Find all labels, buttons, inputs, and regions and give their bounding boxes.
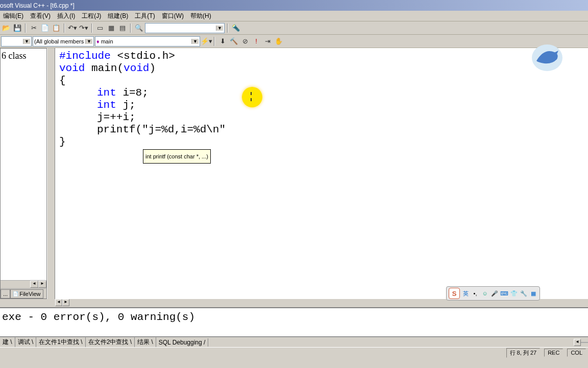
- cut-icon[interactable]: ✂: [29, 23, 39, 33]
- build-icon[interactable]: 🔨: [229, 36, 239, 47]
- title-bar: osoft Visual C++ - [t6.cpp *]: [0, 0, 588, 11]
- horizontal-scrollbar[interactable]: ◄ ►: [1, 280, 46, 288]
- window-icon[interactable]: ▭: [95, 23, 105, 33]
- ime-settings-icon[interactable]: ▦: [529, 289, 537, 297]
- toolbar-standard: 📂 💾 ✂ 📄 📋 ↶▾ ↷▾ ▭ ▦ ▤ 🔍 ▼ 🔦: [0, 21, 588, 35]
- file-icon: 📄: [13, 291, 18, 296]
- class-view-tree[interactable]: 6 class: [1, 49, 46, 280]
- tooltip-text: int printf (const char *, ...): [145, 153, 208, 159]
- ime-punct-icon[interactable]: •,: [471, 289, 479, 297]
- scroll-thumb[interactable]: [581, 342, 588, 343]
- find-combo[interactable]: ▼: [145, 23, 225, 33]
- toolbar-separator: [130, 24, 131, 33]
- undo-icon[interactable]: ↶▾: [67, 23, 78, 33]
- chevron-down-icon[interactable]: ▼: [85, 39, 92, 44]
- tab-classview[interactable]: ...: [1, 289, 10, 298]
- status-rec: REC: [544, 349, 563, 357]
- code-line: j=++i;: [59, 111, 584, 124]
- ime-tool-icon[interactable]: 🔧: [520, 289, 528, 297]
- breakpoint-icon[interactable]: ✋: [274, 36, 284, 47]
- toolbar-separator: [64, 24, 65, 33]
- workspace: 6 class ◄ ► ... 📄 FileView #include <std…: [0, 48, 588, 299]
- window-title: osoft Visual C++ - [t6.cpp *]: [0, 2, 75, 9]
- save-icon[interactable]: 💾: [12, 23, 22, 33]
- status-col: COL: [567, 349, 586, 357]
- toolbar-separator: [227, 24, 228, 33]
- scope-combo[interactable]: (All global members ▼: [33, 36, 94, 47]
- scroll-left-icon[interactable]: ◄: [55, 299, 62, 306]
- code-line: }: [59, 136, 584, 148]
- vertical-ruler: [47, 48, 55, 299]
- open-icon[interactable]: 📂: [1, 23, 11, 33]
- copy-icon[interactable]: 📄: [40, 23, 50, 33]
- go-icon[interactable]: ⇥: [262, 36, 273, 47]
- tab-results[interactable]: 结果 \: [135, 337, 156, 347]
- workspace-panel: 6 class ◄ ► ... 📄 FileView: [0, 48, 47, 299]
- chevron-down-icon[interactable]: ▼: [23, 39, 30, 44]
- tab-find2[interactable]: 在文件2中查找 \: [86, 337, 135, 347]
- ime-lang-button[interactable]: 英: [461, 289, 470, 297]
- cursor-highlight-icon: [242, 87, 262, 107]
- menu-view[interactable]: 查看(V): [27, 11, 54, 21]
- scroll-right-icon[interactable]: ►: [38, 281, 46, 288]
- compile-icon[interactable]: ⬇: [217, 36, 228, 47]
- code-line: int i=8;: [59, 87, 584, 99]
- code-line: #include <stdio.h>: [59, 50, 584, 62]
- ime-toolbar[interactable]: S 英 •, ☺ 🎤 ⌨ 👕 🔧 ▦: [446, 286, 540, 301]
- menu-bar: 编辑(E) 查看(V) 插入(I) 工程(J) 组建(B) 工具(T) 窗口(W…: [0, 11, 588, 21]
- ime-logo-icon[interactable]: S: [449, 288, 460, 299]
- intellisense-tooltip: int printf (const char *, ...): [143, 149, 211, 164]
- cascade-icon[interactable]: ▤: [117, 23, 128, 33]
- tab-label: FileView: [19, 291, 40, 297]
- tab-build[interactable]: 建 \: [0, 337, 15, 347]
- redo-icon[interactable]: ↷▾: [79, 23, 89, 33]
- menu-edit[interactable]: 编辑(E): [0, 11, 27, 21]
- scroll-left-icon[interactable]: ◄: [30, 281, 38, 288]
- scroll-left-icon[interactable]: ◄: [574, 339, 581, 346]
- scroll-right-icon[interactable]: ►: [62, 299, 69, 306]
- find-icon[interactable]: 🔍: [134, 23, 144, 33]
- toolbar-separator: [25, 24, 26, 33]
- code-line: {: [59, 75, 584, 87]
- output-tabs: 建 \ 调试 \ 在文件1中查找 \ 在文件2中查找 \ 结果 \ SQL De…: [0, 337, 588, 347]
- status-position: 行 8, 列 27: [506, 348, 541, 358]
- output-panel[interactable]: exe - 0 error(s), 0 warning(s): [0, 307, 588, 337]
- function-combo-text: ♦ main: [96, 38, 113, 44]
- bird-logo-icon: [529, 43, 566, 73]
- paste-icon[interactable]: 📋: [51, 23, 61, 33]
- toolbar-wizbar: ▼ (All global members ▼ ♦ main ▼ ⚡▾ ⬇ 🔨 …: [0, 35, 588, 48]
- code-line: printf("j=%d,i=%d\n": [59, 124, 584, 136]
- tab-fileview[interactable]: 📄 FileView: [10, 289, 43, 298]
- status-bar: 行 8, 列 27 REC COL: [0, 347, 588, 358]
- menu-help[interactable]: 帮助(H): [187, 11, 214, 21]
- menu-build[interactable]: 组建(B): [105, 11, 131, 21]
- chevron-down-icon[interactable]: ▼: [216, 26, 223, 31]
- tab-debug[interactable]: 调试 \: [15, 337, 37, 347]
- scope-combo-text: (All global members: [34, 38, 84, 44]
- code-line: int j;: [59, 99, 584, 111]
- ime-keyboard-icon[interactable]: ⌨: [500, 289, 508, 297]
- tab-label: ...: [3, 291, 8, 297]
- menu-window[interactable]: 窗口(W): [159, 11, 187, 21]
- ime-skin-icon[interactable]: 👕: [510, 289, 518, 297]
- search-icon[interactable]: 🔦: [231, 23, 241, 33]
- function-combo[interactable]: ♦ main ▼: [95, 36, 200, 47]
- menu-project[interactable]: 工程(J): [79, 11, 104, 21]
- chevron-down-icon[interactable]: ▼: [191, 39, 199, 44]
- code-editor[interactable]: #include <stdio.h> void main(void) { int…: [55, 48, 588, 299]
- output-line: exe - 0 error(s), 0 warning(s): [2, 311, 586, 323]
- tab-sql[interactable]: SQL Debugging /: [156, 338, 209, 347]
- class-combo[interactable]: ▼: [1, 36, 32, 47]
- tile-icon[interactable]: ▦: [106, 23, 116, 33]
- stop-build-icon[interactable]: ⊘: [240, 36, 250, 47]
- toolbar-separator: [214, 37, 215, 46]
- ime-mic-icon[interactable]: 🎤: [491, 289, 499, 297]
- code-line: void main(void): [59, 62, 584, 75]
- tab-find1[interactable]: 在文件1中查找 \: [36, 337, 85, 347]
- workspace-tabs: ... 📄 FileView: [1, 288, 46, 298]
- execute-icon[interactable]: !: [251, 36, 261, 47]
- menu-insert[interactable]: 插入(I): [54, 11, 78, 21]
- ime-emoji-icon[interactable]: ☺: [481, 289, 489, 297]
- menu-tools[interactable]: 工具(T): [132, 11, 158, 21]
- wizard-icon[interactable]: ⚡▾: [201, 36, 211, 47]
